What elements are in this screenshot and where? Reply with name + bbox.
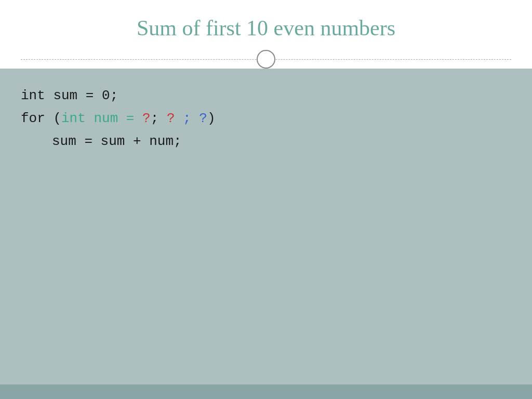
slide-content: int sum = 0; for (int num = ?; ? ; ?) su… bbox=[0, 69, 532, 384]
divider-circle bbox=[257, 50, 275, 69]
divider-row bbox=[21, 50, 511, 69]
code-text-line3: sum = sum + num; bbox=[52, 134, 182, 149]
slide-header: Sum of first 10 even numbers bbox=[0, 0, 532, 69]
code-line-2: for (int num = ?; ? ; ?) bbox=[21, 107, 511, 130]
code-semi1: ; bbox=[151, 111, 167, 126]
code-for-keyword: for ( bbox=[21, 111, 61, 126]
code-varname: num bbox=[86, 111, 118, 126]
code-line-3: sum = sum + num; bbox=[21, 130, 511, 153]
code-q3: ? bbox=[199, 111, 207, 126]
code-q1: ? bbox=[142, 111, 151, 126]
slide-title: Sum of first 10 even numbers bbox=[137, 16, 395, 41]
code-int-keyword: int bbox=[61, 111, 86, 126]
code-semi2: ; bbox=[175, 111, 200, 126]
code-text-line1: int sum = 0; bbox=[21, 88, 118, 103]
slide: Sum of first 10 even numbers int sum = 0… bbox=[0, 0, 532, 399]
code-close-paren: ) bbox=[207, 111, 216, 126]
footer-bar bbox=[0, 384, 532, 399]
code-block: int sum = 0; for (int num = ?; ? ; ?) su… bbox=[21, 84, 511, 153]
code-line-1: int sum = 0; bbox=[21, 84, 511, 107]
code-q2: ? bbox=[167, 111, 175, 126]
code-equals: = bbox=[118, 111, 142, 126]
